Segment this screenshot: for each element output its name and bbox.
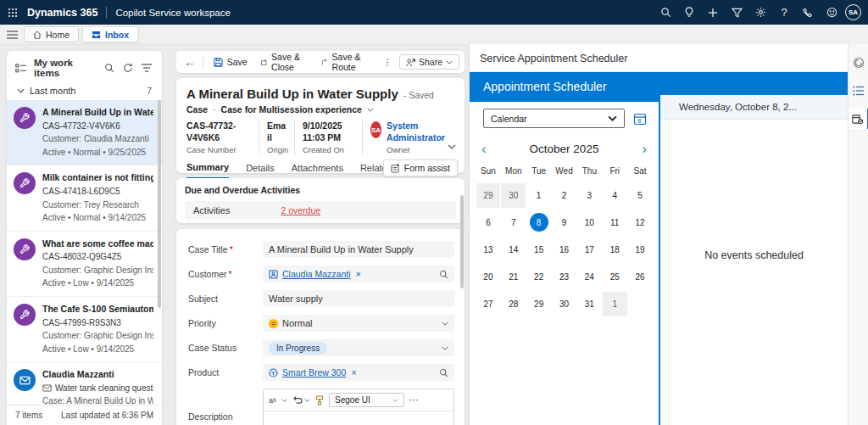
remove-product-icon[interactable]: × — [351, 367, 356, 377]
sort-filter-icon[interactable] — [142, 64, 155, 72]
calendar-day-10[interactable]: 10 — [577, 210, 602, 235]
calendar-day-5[interactable]: 5 — [628, 183, 653, 208]
customer-chip-link[interactable]: Claudia Mazzanti — [282, 269, 351, 279]
calendar-day-17[interactable]: 17 — [577, 238, 602, 262]
sidebar-scrollbar[interactable] — [158, 100, 161, 308]
calendar-day-7[interactable]: 7 — [501, 210, 526, 235]
work-item-1[interactable]: A Mineral Build Up in Water SupplyCAS-47… — [7, 100, 162, 165]
filter-icon[interactable] — [726, 3, 747, 23]
calendar-day-26[interactable]: 26 — [628, 265, 653, 289]
calendar-day-22[interactable]: 22 — [526, 265, 551, 289]
tab-inbox[interactable]: Inbox — [82, 26, 138, 42]
calendar-day-9[interactable]: 9 — [552, 210, 576, 235]
calendar-day-28[interactable]: 28 — [501, 292, 526, 316]
next-month-icon[interactable]: › — [638, 142, 650, 156]
font-family-select[interactable]: Segoe UI — [329, 393, 404, 407]
priority-select[interactable]: = Normal — [263, 315, 454, 332]
format-painter-icon[interactable] — [315, 395, 324, 405]
user-avatar[interactable]: SA — [845, 4, 861, 20]
view-select[interactable]: Calendar — [483, 109, 625, 128]
calendar-day-27[interactable]: 27 — [476, 292, 501, 316]
phone-icon[interactable] — [798, 3, 818, 23]
calendar-day-13[interactable]: 13 — [476, 238, 501, 262]
search-icon[interactable] — [104, 63, 118, 73]
smiley-icon[interactable] — [821, 3, 842, 23]
lookup-search-icon[interactable] — [439, 368, 448, 377]
work-item-5[interactable]: Claudia MazzantiWater tank cleaning ques… — [7, 362, 162, 405]
lightbulb-icon[interactable] — [679, 3, 699, 23]
calendar-day-29[interactable]: 29 — [476, 183, 501, 208]
form-selector[interactable]: Case for Multisession experience — [221, 104, 362, 115]
calendar-day-1[interactable]: 1 — [603, 292, 627, 316]
save-button[interactable]: Save — [208, 54, 253, 70]
product-chip-link[interactable]: Smart Brew 300 — [282, 367, 346, 377]
queue-icon[interactable] — [15, 64, 29, 73]
case-status-select[interactable]: In Progress — [263, 339, 454, 356]
refresh-icon[interactable] — [123, 63, 136, 73]
calendar-day-24[interactable]: 24 — [577, 265, 602, 289]
save-close-button[interactable]: Save & Close — [255, 49, 314, 75]
subject-input[interactable]: Water supply — [263, 290, 454, 307]
text-style-button[interactable]: ab — [269, 395, 287, 405]
plus-icon[interactable] — [703, 3, 723, 23]
work-item-4[interactable]: The Cafe S-100 Semiautomatic has ...CAS-… — [7, 297, 162, 362]
calendar-day-14[interactable]: 14 — [501, 238, 526, 262]
tab-summary[interactable]: Summary — [186, 162, 229, 179]
customer-lookup[interactable]: Claudia Mazzanti × — [263, 266, 454, 282]
tab-home[interactable]: Home — [24, 26, 79, 42]
copilot-icon[interactable] — [849, 53, 868, 73]
help-icon[interactable]: ? — [774, 3, 794, 23]
calendar-day-16[interactable]: 16 — [552, 238, 576, 262]
calendar-day-30[interactable]: 30 — [501, 183, 526, 208]
undo-button[interactable] — [292, 395, 310, 405]
calendar-day-25[interactable]: 25 — [603, 265, 627, 289]
calendar-day-21[interactable]: 21 — [501, 265, 526, 289]
center-scrollbar[interactable] — [460, 195, 464, 288]
app-name[interactable]: Copilot Service workspace — [115, 8, 231, 18]
collapse-header-icon[interactable] — [448, 144, 456, 149]
back-icon[interactable]: ← — [181, 55, 198, 69]
calendar-day-23[interactable]: 23 — [552, 265, 576, 289]
calendar-day-29[interactable]: 29 — [526, 292, 551, 316]
form-assist-button[interactable]: Form assist — [383, 159, 458, 176]
work-item-3[interactable]: What are some coffee machines cl...CAS-4… — [7, 232, 162, 297]
hamburger-icon[interactable] — [0, 25, 24, 45]
calendar-day-19[interactable]: 19 — [628, 238, 653, 262]
product-lookup[interactable]: Smart Brew 300 × — [263, 364, 454, 381]
toolbar-more-icon[interactable]: ⋯ — [409, 394, 419, 405]
calendar-day-15[interactable]: 15 — [526, 238, 551, 262]
waffle-icon[interactable] — [0, 0, 25, 25]
description-editor[interactable]: ab Segoe UI ⋯ — [263, 389, 454, 425]
lookup-search-icon[interactable] — [439, 270, 448, 279]
remove-customer-icon[interactable]: × — [356, 269, 361, 279]
tab-attachments[interactable]: Attachments — [292, 162, 343, 179]
more-commands-icon[interactable]: ⋮ — [376, 54, 398, 70]
calendar-day-30[interactable]: 30 — [552, 292, 576, 316]
gear-icon[interactable] — [750, 3, 771, 23]
brand-title[interactable]: Dynamics 365 — [27, 7, 97, 19]
calendar-day-18[interactable]: 18 — [603, 238, 627, 262]
description-textarea[interactable] — [264, 411, 453, 425]
case-title-input[interactable]: A Mineral Build Up in Water Supply — [263, 241, 454, 258]
calendar-day-6[interactable]: 6 — [476, 210, 501, 235]
group-last-month[interactable]: Last month 7 — [7, 83, 162, 100]
work-item-2[interactable]: Milk container is not fittingCAS-47418-L… — [7, 165, 162, 231]
calendar-day-3[interactable]: 3 — [577, 183, 602, 208]
chevron-down-icon[interactable] — [367, 108, 374, 112]
calendar-icon[interactable]: 8 — [633, 112, 647, 126]
previous-month-icon[interactable]: ‹ — [478, 142, 490, 156]
calendar-day-12[interactable]: 12 — [628, 210, 653, 235]
calendar-day-4[interactable]: 4 — [603, 183, 627, 208]
overdue-link[interactable]: 2 overdue — [281, 205, 320, 215]
save-route-button[interactable]: Save & Route — [315, 49, 375, 75]
calendar-day-31[interactable]: 31 — [577, 292, 602, 316]
owner-value[interactable]: System Administrator — [387, 120, 447, 143]
agent-script-icon[interactable] — [849, 81, 868, 101]
calendar-day-1[interactable]: 1 — [526, 183, 551, 208]
tab-details[interactable]: Details — [246, 162, 275, 179]
calendar-day-2[interactable]: 2 — [552, 183, 576, 208]
calendar-day-8[interactable]: 8 — [526, 210, 551, 235]
share-button[interactable]: Share — [399, 54, 459, 70]
calendar-day-20[interactable]: 20 — [476, 265, 501, 289]
search-icon[interactable] — [655, 3, 676, 23]
